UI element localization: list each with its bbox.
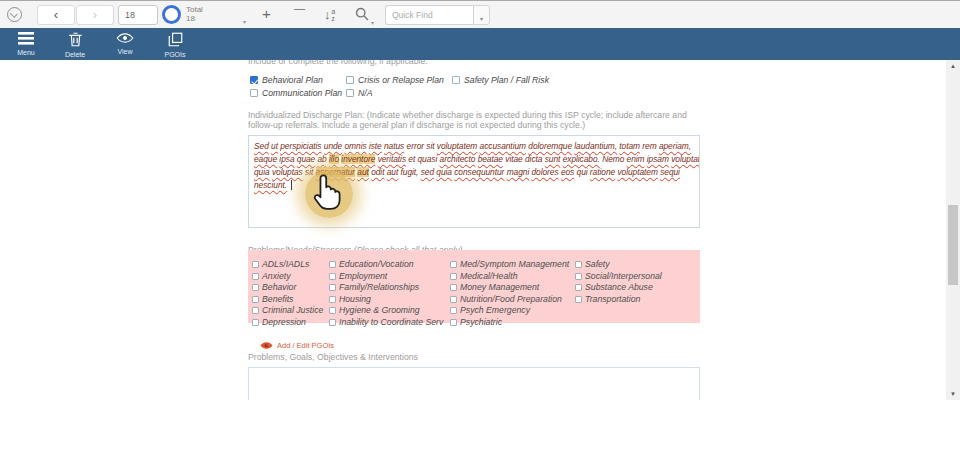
menubar-label: Delete — [52, 51, 98, 59]
stressor-label: Transportation — [585, 294, 640, 304]
stressor-item: Family/Relationships — [329, 276, 443, 288]
stressor-label: Psychiatric — [460, 317, 502, 327]
collapse-toolbar-button[interactable] — [7, 7, 22, 22]
stressor-item: Substance Abuse — [575, 276, 662, 288]
stressor-item: Social/Interpersonal — [575, 265, 662, 277]
add-record-button[interactable]: + — [262, 5, 271, 22]
stressors-checkbox-panel: ADLs/IADLsAnxietyBehaviorBenefitsCrimina… — [248, 250, 700, 323]
hamburger-icon — [18, 32, 34, 45]
pgoi-textarea[interactable] — [248, 367, 700, 400]
total-value: 18 — [186, 14, 195, 23]
checkbox-communication-plan: Communication Plan — [250, 82, 342, 100]
communication-plan-checkbox[interactable] — [250, 89, 258, 97]
checkbox-na: N/A — [346, 82, 372, 100]
scroll-down-arrow[interactable]: ▼ — [946, 391, 960, 397]
sort-z-label: z — [332, 15, 336, 22]
stressor-item: Safety — [575, 253, 662, 265]
stressor-label: Inability to Coordinate Serv — [339, 317, 443, 327]
stressor-item: Employment — [329, 265, 443, 277]
menubar-label: Menu — [3, 49, 49, 57]
pages-icon — [168, 32, 183, 47]
eye-icon — [260, 341, 273, 350]
stressor-item: ADLs/IADLs — [252, 253, 323, 265]
record-number-input[interactable] — [118, 5, 158, 25]
application-window: Include or complete the following, if ap… — [0, 0, 960, 400]
safety-plan-checkbox[interactable] — [452, 76, 460, 84]
checkbox-safety-plan: Safety Plan / Fall Risk — [452, 69, 549, 87]
eye-icon — [116, 32, 134, 44]
menubar-item-menu[interactable]: Menu — [3, 28, 49, 60]
stressor-item: Criminal Justice — [252, 299, 323, 311]
sort-button[interactable]: ↓ az — [324, 6, 335, 23]
quick-find-dropdown-button[interactable]: ▾ — [473, 5, 490, 25]
sort-a-label: a — [332, 8, 336, 15]
search-button[interactable] — [355, 7, 369, 25]
scrollbar-thumb[interactable] — [948, 205, 958, 285]
stressor-column-1: ADLs/IADLsAnxietyBehaviorBenefitsCrimina… — [252, 253, 323, 322]
stressor-item: Benefits — [252, 288, 323, 300]
chevron-down-icon — [11, 10, 18, 17]
hand-cursor-icon — [306, 170, 346, 216]
na-label: N/A — [358, 88, 372, 98]
communication-plan-label: Communication Plan — [262, 88, 342, 98]
stressor-item: Hygiene & Grooming — [329, 299, 443, 311]
menubar-item-delete[interactable]: Delete — [52, 28, 98, 60]
vertical-scrollbar[interactable]: ▲ ▼ — [946, 60, 960, 400]
stressor-checkbox[interactable] — [252, 319, 259, 326]
total-label: Total — [186, 5, 203, 14]
add-edit-pgois-label: Add / Edit PGOIs — [277, 341, 334, 350]
stressor-item: Anxiety — [252, 265, 323, 277]
stressor-item: Nutrition/Food Preparation — [450, 288, 569, 300]
search-icon — [355, 7, 369, 21]
quick-find-input[interactable] — [385, 5, 473, 25]
menubar-item-view[interactable]: View — [102, 28, 148, 60]
trash-icon — [68, 32, 83, 47]
stressor-checkbox[interactable] — [575, 296, 582, 303]
menubar-label: PGOIs — [152, 51, 198, 59]
pgoi-section-label: Problems, Goals, Objectives & Interventi… — [248, 352, 418, 362]
stressor-item: Money Management — [450, 276, 569, 288]
stressor-column-3: Med/Symptom ManagementMedical/HealthMone… — [450, 253, 569, 322]
stressor-checkbox[interactable] — [329, 319, 336, 326]
action-menubar: Menu Delete View PGOIs — [0, 28, 960, 60]
stressor-checkbox[interactable] — [450, 319, 457, 326]
remove-record-button[interactable]: — — [294, 2, 305, 14]
stressor-item: Behavior — [252, 276, 323, 288]
search-dropdown-caret[interactable]: ▾ — [371, 19, 374, 26]
na-checkbox[interactable] — [346, 89, 354, 97]
safety-plan-label: Safety Plan / Fall Risk — [464, 75, 549, 85]
menubar-item-pgois[interactable]: PGOIs — [152, 28, 198, 60]
previous-record-button[interactable]: ‹ — [37, 5, 75, 25]
navigation-toolbar: ‹ › Total 18 ▾ + — ↓ az ▾ ▾ — [0, 0, 960, 28]
stressor-item: Med/Symptom Management — [450, 253, 569, 265]
total-dropdown-caret[interactable]: ▾ — [243, 18, 246, 25]
stressor-item: Inability to Coordinate Serv — [329, 311, 443, 323]
stressor-column-4: SafetySocial/InterpersonalSubstance Abus… — [575, 253, 662, 299]
total-ring-icon — [162, 5, 181, 24]
stressor-item: Education/Vocation — [329, 253, 443, 265]
text-cursor — [291, 180, 292, 190]
stressor-column-2: Education/VocationEmploymentFamily/Relat… — [329, 253, 443, 322]
sort-arrow-icon: ↓ — [324, 6, 331, 23]
discharge-plan-label: Individualized Discharge Plan: (Indicate… — [248, 110, 703, 130]
caret-down-icon: ▾ — [480, 16, 483, 22]
scroll-up-arrow[interactable]: ▲ — [946, 63, 960, 69]
next-record-button[interactable]: › — [76, 5, 114, 25]
stressor-label: Depression — [262, 317, 306, 327]
menubar-label: View — [102, 48, 148, 56]
